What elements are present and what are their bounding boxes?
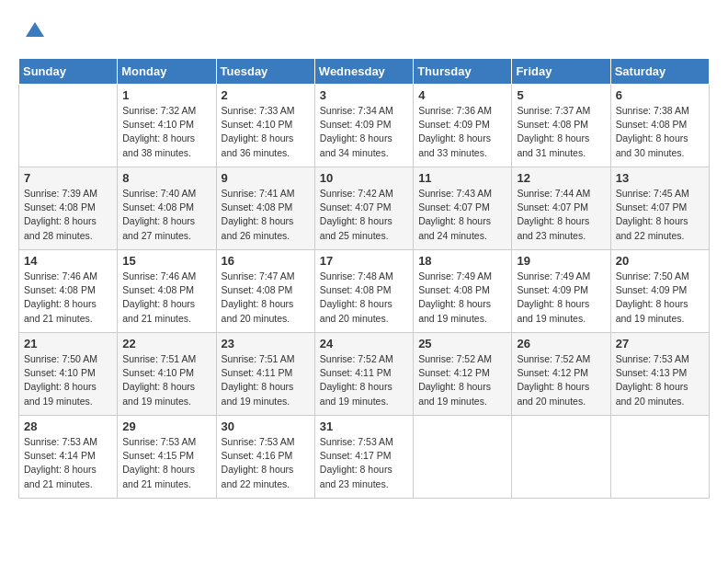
day-info: Sunrise: 7:51 AMSunset: 4:11 PMDaylight:… bbox=[222, 352, 310, 408]
calendar-cell bbox=[512, 416, 610, 499]
day-info: Sunrise: 7:52 AMSunset: 4:11 PMDaylight:… bbox=[320, 352, 408, 408]
day-info: Sunrise: 7:33 AMSunset: 4:10 PMDaylight:… bbox=[222, 104, 310, 160]
calendar-cell: 23Sunrise: 7:51 AMSunset: 4:11 PMDayligh… bbox=[216, 333, 314, 416]
calendar-cell: 3Sunrise: 7:34 AMSunset: 4:09 PMDaylight… bbox=[314, 85, 413, 167]
day-number: 25 bbox=[418, 337, 506, 350]
day-info: Sunrise: 7:40 AMSunset: 4:08 PMDaylight:… bbox=[122, 187, 210, 243]
calendar-cell: 5Sunrise: 7:37 AMSunset: 4:08 PMDaylight… bbox=[512, 85, 610, 167]
svg-marker-0 bbox=[26, 22, 44, 37]
weekday-header-saturday: Saturday bbox=[610, 59, 709, 85]
calendar-cell: 19Sunrise: 7:49 AMSunset: 4:09 PMDayligh… bbox=[512, 250, 610, 333]
day-info: Sunrise: 7:49 AMSunset: 4:09 PMDaylight:… bbox=[517, 270, 605, 326]
calendar-cell: 10Sunrise: 7:42 AMSunset: 4:07 PMDayligh… bbox=[314, 167, 413, 250]
day-info: Sunrise: 7:50 AMSunset: 4:09 PMDaylight:… bbox=[616, 270, 704, 326]
calendar-cell: 20Sunrise: 7:50 AMSunset: 4:09 PMDayligh… bbox=[610, 250, 709, 333]
weekday-header-wednesday: Wednesday bbox=[314, 59, 413, 85]
day-number: 29 bbox=[122, 419, 210, 433]
calendar-cell: 17Sunrise: 7:48 AMSunset: 4:08 PMDayligh… bbox=[314, 250, 413, 333]
calendar-cell: 11Sunrise: 7:43 AMSunset: 4:07 PMDayligh… bbox=[414, 167, 512, 250]
day-info: Sunrise: 7:49 AMSunset: 4:08 PMDaylight:… bbox=[418, 270, 506, 326]
day-info: Sunrise: 7:44 AMSunset: 4:07 PMDaylight:… bbox=[517, 187, 605, 243]
weekday-header-monday: Monday bbox=[118, 59, 216, 85]
day-number: 15 bbox=[122, 254, 210, 268]
calendar-cell: 29Sunrise: 7:53 AMSunset: 4:15 PMDayligh… bbox=[118, 416, 216, 499]
logo-icon bbox=[22, 18, 48, 44]
day-info: Sunrise: 7:37 AMSunset: 4:08 PMDaylight:… bbox=[517, 104, 605, 160]
calendar-week-5: 28Sunrise: 7:53 AMSunset: 4:14 PMDayligh… bbox=[19, 416, 710, 499]
day-number: 13 bbox=[616, 171, 704, 185]
logo bbox=[18, 18, 48, 49]
calendar-cell bbox=[610, 416, 709, 499]
calendar-cell bbox=[19, 85, 118, 167]
day-info: Sunrise: 7:48 AMSunset: 4:08 PMDaylight:… bbox=[320, 270, 408, 326]
calendar-cell: 2Sunrise: 7:33 AMSunset: 4:10 PMDaylight… bbox=[216, 85, 314, 167]
day-number: 2 bbox=[222, 88, 310, 102]
weekday-header-row: SundayMondayTuesdayWednesdayThursdayFrid… bbox=[19, 59, 710, 85]
day-info: Sunrise: 7:36 AMSunset: 4:09 PMDaylight:… bbox=[418, 104, 506, 160]
calendar-cell: 24Sunrise: 7:52 AMSunset: 4:11 PMDayligh… bbox=[314, 333, 413, 416]
calendar-cell: 8Sunrise: 7:40 AMSunset: 4:08 PMDaylight… bbox=[118, 167, 216, 250]
day-info: Sunrise: 7:53 AMSunset: 4:17 PMDaylight:… bbox=[320, 435, 408, 491]
calendar-table: SundayMondayTuesdayWednesdayThursdayFrid… bbox=[18, 58, 710, 499]
day-info: Sunrise: 7:51 AMSunset: 4:10 PMDaylight:… bbox=[122, 352, 210, 408]
calendar-cell: 30Sunrise: 7:53 AMSunset: 4:16 PMDayligh… bbox=[216, 416, 314, 499]
calendar-week-1: 1Sunrise: 7:32 AMSunset: 4:10 PMDaylight… bbox=[19, 85, 710, 167]
calendar-cell: 1Sunrise: 7:32 AMSunset: 4:10 PMDaylight… bbox=[118, 85, 216, 167]
day-number: 22 bbox=[122, 337, 210, 350]
day-info: Sunrise: 7:43 AMSunset: 4:07 PMDaylight:… bbox=[418, 187, 506, 243]
day-info: Sunrise: 7:34 AMSunset: 4:09 PMDaylight:… bbox=[320, 104, 408, 160]
calendar-cell: 25Sunrise: 7:52 AMSunset: 4:12 PMDayligh… bbox=[414, 333, 512, 416]
day-info: Sunrise: 7:39 AMSunset: 4:08 PMDaylight:… bbox=[24, 187, 112, 243]
day-info: Sunrise: 7:46 AMSunset: 4:08 PMDaylight:… bbox=[24, 270, 112, 326]
day-info: Sunrise: 7:42 AMSunset: 4:07 PMDaylight:… bbox=[320, 187, 408, 243]
day-info: Sunrise: 7:53 AMSunset: 4:13 PMDaylight:… bbox=[616, 352, 704, 408]
weekday-header-thursday: Thursday bbox=[414, 59, 512, 85]
day-info: Sunrise: 7:53 AMSunset: 4:16 PMDaylight:… bbox=[222, 435, 310, 491]
day-number: 8 bbox=[122, 171, 210, 185]
calendar-cell: 4Sunrise: 7:36 AMSunset: 4:09 PMDaylight… bbox=[414, 85, 512, 167]
calendar-cell: 18Sunrise: 7:49 AMSunset: 4:08 PMDayligh… bbox=[414, 250, 512, 333]
day-number: 23 bbox=[222, 337, 310, 350]
calendar-cell: 26Sunrise: 7:52 AMSunset: 4:12 PMDayligh… bbox=[512, 333, 610, 416]
weekday-header-sunday: Sunday bbox=[19, 59, 118, 85]
day-number: 10 bbox=[320, 171, 408, 185]
day-number: 26 bbox=[517, 337, 605, 350]
day-number: 18 bbox=[418, 254, 506, 268]
day-number: 30 bbox=[222, 419, 310, 433]
day-info: Sunrise: 7:38 AMSunset: 4:08 PMDaylight:… bbox=[616, 104, 704, 160]
day-info: Sunrise: 7:52 AMSunset: 4:12 PMDaylight:… bbox=[418, 352, 506, 408]
day-info: Sunrise: 7:47 AMSunset: 4:08 PMDaylight:… bbox=[222, 270, 310, 326]
calendar-cell: 21Sunrise: 7:50 AMSunset: 4:10 PMDayligh… bbox=[19, 333, 118, 416]
day-info: Sunrise: 7:50 AMSunset: 4:10 PMDaylight:… bbox=[24, 352, 112, 408]
calendar-cell: 16Sunrise: 7:47 AMSunset: 4:08 PMDayligh… bbox=[216, 250, 314, 333]
day-number: 7 bbox=[24, 171, 112, 185]
day-number: 20 bbox=[616, 254, 704, 268]
day-number: 12 bbox=[517, 171, 605, 185]
day-info: Sunrise: 7:53 AMSunset: 4:14 PMDaylight:… bbox=[24, 435, 112, 491]
calendar-cell: 31Sunrise: 7:53 AMSunset: 4:17 PMDayligh… bbox=[314, 416, 413, 499]
calendar-cell: 13Sunrise: 7:45 AMSunset: 4:07 PMDayligh… bbox=[610, 167, 709, 250]
day-number: 17 bbox=[320, 254, 408, 268]
day-info: Sunrise: 7:52 AMSunset: 4:12 PMDaylight:… bbox=[517, 352, 605, 408]
calendar-cell bbox=[414, 416, 512, 499]
calendar-cell: 28Sunrise: 7:53 AMSunset: 4:14 PMDayligh… bbox=[19, 416, 118, 499]
day-number: 28 bbox=[24, 419, 112, 433]
weekday-header-tuesday: Tuesday bbox=[216, 59, 314, 85]
day-number: 27 bbox=[616, 337, 704, 350]
weekday-header-friday: Friday bbox=[512, 59, 610, 85]
calendar-cell: 22Sunrise: 7:51 AMSunset: 4:10 PMDayligh… bbox=[118, 333, 216, 416]
day-info: Sunrise: 7:53 AMSunset: 4:15 PMDaylight:… bbox=[122, 435, 210, 491]
calendar-week-2: 7Sunrise: 7:39 AMSunset: 4:08 PMDaylight… bbox=[19, 167, 710, 250]
day-number: 14 bbox=[24, 254, 112, 268]
day-number: 19 bbox=[517, 254, 605, 268]
day-info: Sunrise: 7:45 AMSunset: 4:07 PMDaylight:… bbox=[616, 187, 704, 243]
day-number: 6 bbox=[616, 88, 704, 102]
day-number: 16 bbox=[222, 254, 310, 268]
day-number: 11 bbox=[418, 171, 506, 185]
calendar-week-3: 14Sunrise: 7:46 AMSunset: 4:08 PMDayligh… bbox=[19, 250, 710, 333]
day-number: 9 bbox=[222, 171, 310, 185]
page-header bbox=[18, 18, 710, 49]
day-number: 5 bbox=[517, 88, 605, 102]
day-number: 21 bbox=[24, 337, 112, 350]
calendar-cell: 6Sunrise: 7:38 AMSunset: 4:08 PMDaylight… bbox=[610, 85, 709, 167]
